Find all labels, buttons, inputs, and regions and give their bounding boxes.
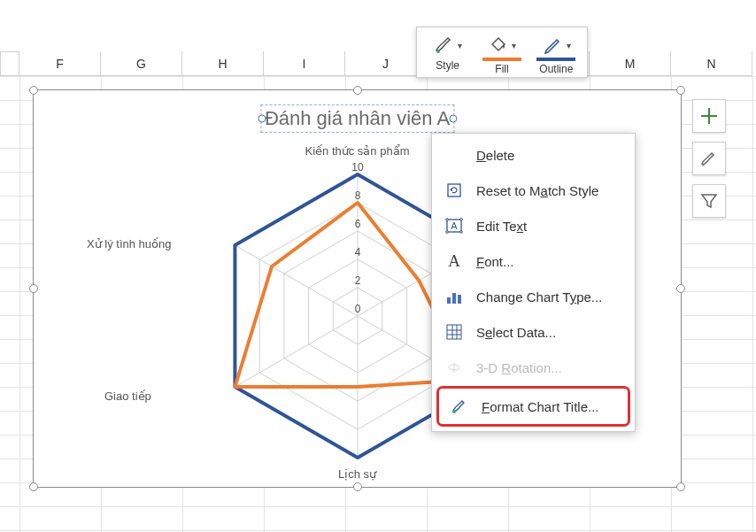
menu-reset-label: Reset to Match Style bbox=[476, 183, 622, 198]
col-M[interactable]: M bbox=[590, 51, 671, 76]
menu-delete[interactable]: Delete bbox=[432, 137, 635, 173]
col-J[interactable]: J bbox=[345, 51, 427, 76]
style-button[interactable]: ▾ Style bbox=[423, 33, 473, 75]
menu-edit-text-label: Edit Text bbox=[476, 219, 622, 234]
menu-reset-style[interactable]: Reset to Match Style bbox=[432, 173, 635, 208]
svg-text:6: 6 bbox=[355, 218, 361, 230]
fill-button[interactable]: ▾ Fill bbox=[477, 33, 527, 75]
svg-rect-20 bbox=[448, 184, 460, 197]
menu-rotation-label: 3-D Rotation... bbox=[476, 360, 622, 375]
plus-icon bbox=[699, 106, 719, 126]
svg-point-24 bbox=[460, 219, 463, 221]
svg-line-10 bbox=[235, 245, 358, 316]
rotation-icon bbox=[444, 358, 464, 377]
format-icon bbox=[450, 397, 469, 416]
fill-bucket-icon bbox=[487, 34, 510, 57]
svg-point-23 bbox=[446, 219, 449, 221]
svg-rect-27 bbox=[447, 297, 451, 304]
col-H[interactable]: H bbox=[182, 51, 264, 76]
column-headers: F G H I J K L M N bbox=[0, 51, 756, 76]
fill-label: Fill bbox=[477, 63, 527, 75]
axis-label: Giao tiếp bbox=[104, 389, 151, 403]
style-label: Style bbox=[423, 59, 473, 72]
menu-change-type-label: Change Chart Type... bbox=[476, 289, 622, 305]
col-F[interactable]: F bbox=[19, 51, 101, 76]
menu-format-title-label: Format Chart Title... bbox=[482, 399, 617, 414]
svg-rect-29 bbox=[458, 295, 461, 304]
menu-change-chart-type[interactable]: Change Chart Type... bbox=[432, 279, 635, 314]
svg-text:4: 4 bbox=[355, 246, 361, 258]
col-G[interactable]: G bbox=[101, 51, 182, 76]
svg-point-19 bbox=[436, 50, 440, 53]
svg-text:2: 2 bbox=[355, 274, 361, 287]
edit-text-icon: A bbox=[444, 216, 464, 235]
chart-elements-button[interactable] bbox=[692, 99, 726, 133]
select-data-icon bbox=[444, 322, 464, 342]
chart-type-icon bbox=[444, 287, 464, 306]
funnel-icon bbox=[699, 191, 719, 211]
outline-label: Outline bbox=[531, 63, 581, 75]
menu-format-chart-title[interactable]: Format Chart Title... bbox=[437, 387, 629, 426]
pen-icon bbox=[542, 34, 565, 57]
context-menu: Delete Reset to Match Style A Edit Text … bbox=[431, 133, 636, 432]
chart-filters-button[interactable] bbox=[692, 184, 726, 218]
axis-label: Kiến thức sản phẩm bbox=[305, 144, 410, 158]
menu-font[interactable]: A Font... bbox=[432, 243, 635, 279]
menu-select-data[interactable]: Select Data... bbox=[432, 314, 635, 350]
col-I[interactable]: I bbox=[264, 51, 345, 76]
menu-delete-label: Delete bbox=[476, 148, 622, 163]
menu-edit-text[interactable]: A Edit Text bbox=[432, 208, 635, 243]
brush-icon bbox=[433, 34, 456, 57]
svg-text:0: 0 bbox=[355, 303, 361, 315]
svg-rect-28 bbox=[452, 293, 456, 304]
menu-select-data-label: Select Data... bbox=[476, 325, 622, 340]
chart-styles-button[interactable] bbox=[692, 142, 726, 175]
svg-point-25 bbox=[446, 231, 449, 234]
outline-button[interactable]: ▾ Outline bbox=[531, 33, 581, 75]
axis-label: Lịch sự bbox=[338, 467, 376, 481]
svg-point-35 bbox=[452, 410, 456, 413]
svg-text:8: 8 bbox=[355, 189, 361, 202]
menu-font-label: Font... bbox=[476, 254, 622, 269]
col-N[interactable]: N bbox=[671, 51, 752, 76]
svg-text:A: A bbox=[451, 220, 458, 231]
font-icon: A bbox=[444, 251, 464, 271]
reset-icon bbox=[444, 181, 464, 200]
axis-label: Xử lý tình huống bbox=[87, 237, 172, 251]
menu-3d-rotation: 3-D Rotation... bbox=[432, 350, 635, 385]
svg-rect-30 bbox=[447, 325, 461, 339]
mini-toolbar: ▾ Style ▾ Fill ▾ Outline bbox=[416, 27, 588, 78]
svg-text:10: 10 bbox=[351, 161, 364, 173]
brush-icon bbox=[699, 149, 719, 168]
svg-point-26 bbox=[460, 231, 463, 234]
